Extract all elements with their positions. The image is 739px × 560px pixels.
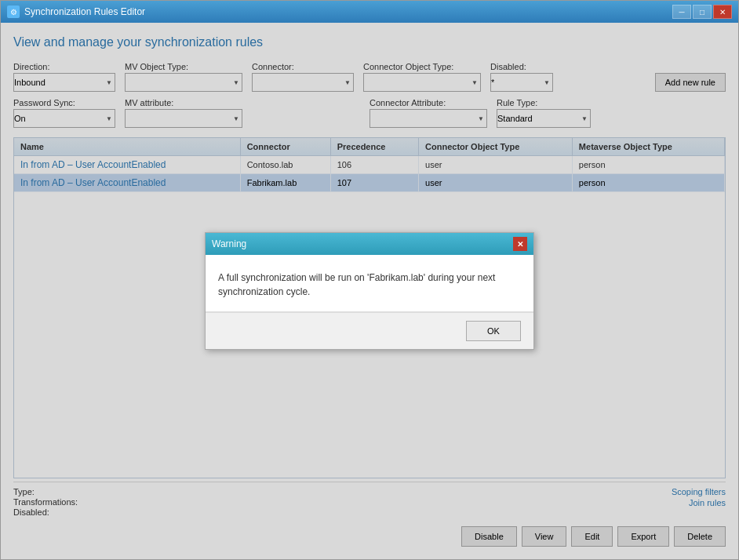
warning-dialog: Warning ✕ A full synchronization will be… xyxy=(205,232,534,350)
main-content: View and manage your synchronization rul… xyxy=(1,23,738,559)
modal-title: Warning xyxy=(212,238,246,249)
ok-button[interactable]: OK xyxy=(466,321,521,341)
app-icon: ⚙ xyxy=(7,5,20,18)
window-title: Synchronization Rules Editor xyxy=(24,6,145,17)
modal-close-button[interactable]: ✕ xyxy=(513,237,527,251)
main-window: ⚙ Synchronization Rules Editor ─ □ ✕ Vie… xyxy=(0,0,739,560)
modal-title-bar: Warning ✕ xyxy=(206,233,533,255)
modal-body: A full synchronization will be run on 'F… xyxy=(206,255,533,312)
minimize-button[interactable]: ─ xyxy=(672,5,691,19)
title-bar-left: ⚙ Synchronization Rules Editor xyxy=(7,5,145,18)
title-controls: ─ □ ✕ xyxy=(672,5,732,19)
modal-message: A full synchronization will be run on 'F… xyxy=(218,271,521,299)
maximize-button[interactable]: □ xyxy=(693,5,712,19)
modal-footer: OK xyxy=(206,312,533,349)
modal-overlay: Warning ✕ A full synchronization will be… xyxy=(1,23,738,559)
close-button[interactable]: ✕ xyxy=(713,5,732,19)
title-bar: ⚙ Synchronization Rules Editor ─ □ ✕ xyxy=(1,1,738,23)
